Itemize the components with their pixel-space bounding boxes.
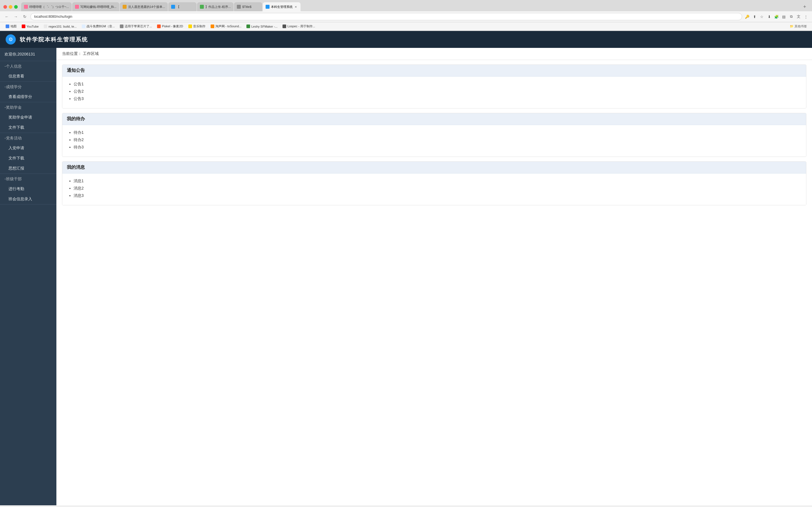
tab-label: 本科生管理系统 <box>271 5 293 9</box>
tab-close-button[interactable]: ✕ <box>294 5 298 9</box>
title-bar: 哔哩哔哩（゜-゜）つロ干~...写网站赚钱-哔哩哔哩_Bi...没人愿意透露的1… <box>0 0 812 11</box>
tab-favicon <box>237 5 241 9</box>
breadcrumb: 当前位置： 工作区域 <box>56 48 812 60</box>
bookmark-favicon <box>120 24 123 28</box>
address-bar[interactable]: localhost:8080/nchu/login <box>31 13 742 20</box>
tab-favicon <box>123 5 126 9</box>
bookmark-item[interactable]: Piskel - 像素2D <box>155 23 185 29</box>
browser-tab[interactable]: 】作品上传-程序... <box>197 2 234 11</box>
sidebar-section-title[interactable]: -个人信息 <box>0 61 56 71</box>
sidebar-section-title[interactable]: -奖助学金 <box>0 102 56 112</box>
bookmark-label: 战斗免费BGM（音... <box>87 24 115 29</box>
app-body: 欢迎你,20206131 -个人信息信息查看-成绩学分查看成绩学分-奖助学金奖助… <box>0 48 812 505</box>
list-item: 待办1 <box>73 129 801 136</box>
list-item: 待办3 <box>73 144 801 151</box>
sidebar-section-title[interactable]: -班级干部 <box>0 174 56 184</box>
sidebar: 欢迎你,20206131 -个人信息信息查看-成绩学分查看成绩学分-奖助学金奖助… <box>0 48 56 505</box>
sidebar-item[interactable]: 奖助学金申请 <box>0 112 56 122</box>
tab-label: 哔哩哔哩（゜-゜）つロ干~... <box>29 5 69 9</box>
tab-label: 写网站赚钱-哔哩哔哩_Bi... <box>80 5 116 9</box>
browser-tab[interactable]: $Title$ <box>234 2 262 11</box>
bookmark-label: regex101: build, te... <box>49 25 77 28</box>
browser-tab[interactable]: 没人愿意透露的14个接单... <box>120 2 168 11</box>
tab-label: 】作品上传-程序... <box>205 5 231 9</box>
app-logo: ⚙ <box>6 34 16 45</box>
section-list: 消息1消息2消息3 <box>71 177 801 200</box>
bookmark-label: Lospec - 用于制作... <box>287 24 315 29</box>
bookmark-item[interactable]: 淘声网 - toSound... <box>208 23 244 29</box>
toolbar-icons: 🔑 ⬆ ☆ ⬇ 🧩 ▤ ⧉ 文 ⋮ <box>744 14 809 19</box>
bookmark-label: 地图 <box>10 24 17 29</box>
tab-favicon <box>24 5 28 9</box>
bookmark-favicon <box>157 24 161 28</box>
bookmark-item[interactable]: Lospec - 用于制作... <box>280 23 317 29</box>
tab-icon[interactable]: ⧉ <box>788 14 794 19</box>
sidebar-section-title[interactable]: -党务活动 <box>0 133 56 143</box>
share-icon[interactable]: ⬆ <box>752 14 757 19</box>
bookmark-icon[interactable]: ☆ <box>759 14 765 19</box>
bookmark-item[interactable]: 地图 <box>3 23 19 29</box>
close-button[interactable] <box>3 5 7 9</box>
new-tab-button[interactable]: + <box>801 3 809 11</box>
content-section: 通知公告公告1公告2公告3 <box>62 64 806 108</box>
tab-favicon <box>200 5 204 9</box>
bookmark-item[interactable]: YouTube <box>19 24 41 29</box>
main-sections: 通知公告公告1公告2公告3我的待办待办1待办2待办3我的消息消息1消息2消息3 <box>56 64 812 205</box>
key-icon[interactable]: 🔑 <box>744 14 750 19</box>
tab-label: 没人愿意透露的14个接单... <box>128 5 165 9</box>
section-body: 公告1公告2公告3 <box>62 76 806 108</box>
tab-favicon <box>266 5 269 9</box>
tabs-bar: 哔哩哔哩（゜-゜）つロ干~...写网站赚钱-哔哩哔哩_Bi...没人愿意透露的1… <box>21 2 801 11</box>
sidebar-section-title[interactable]: -成绩学分 <box>0 82 56 92</box>
sidebar-item[interactable]: 思想汇报 <box>0 163 56 173</box>
app-title: 软件学院本科生管理系统 <box>20 36 88 43</box>
bookmark-item[interactable]: Leshy SFMaker -... <box>244 24 280 29</box>
sidebar-item[interactable]: 文件下载 <box>0 153 56 163</box>
bookmark-item[interactable]: regex101: build, te... <box>42 24 79 29</box>
traffic-lights <box>3 5 18 9</box>
sidebar-item[interactable]: 班会信息录入 <box>0 194 56 204</box>
bookmark-favicon <box>283 24 286 28</box>
section-list: 公告1公告2公告3 <box>71 80 801 103</box>
url-text: localhost:8080/nchu/login <box>34 15 72 18</box>
browser-toolbar: ← → ↻ localhost:8080/nchu/login 🔑 ⬆ ☆ ⬇ … <box>0 11 812 22</box>
section-body: 待办1待办2待办3 <box>62 125 806 157</box>
bookmark-favicon <box>82 24 86 28</box>
sidebar-item[interactable]: 查看成绩学分 <box>0 92 56 102</box>
minimize-button[interactable] <box>9 5 12 9</box>
bookmark-item[interactable]: 适用于苹果芯片了... <box>117 23 154 29</box>
browser-tab[interactable]: 哔哩哔哩（゜-゜）つロ干~... <box>21 2 71 11</box>
sidebar-item[interactable]: 信息查看 <box>0 71 56 81</box>
download-icon[interactable]: ⬇ <box>766 14 772 19</box>
sidebar-section: -奖助学金奖助学金申请文件下载 <box>0 102 56 133</box>
sidebar-section: -党务活动入党申请文件下载思想汇报 <box>0 133 56 174</box>
sidebar-section: -班级干部进行考勤班会信息录入 <box>0 174 56 205</box>
sidebar-icon[interactable]: ▤ <box>781 14 786 19</box>
forward-button[interactable]: → <box>12 13 19 20</box>
section-list: 待办1待办2待办3 <box>71 129 801 151</box>
browser-tab[interactable]: 本科生管理系统✕ <box>263 2 301 11</box>
browser-tab[interactable]: 写网站赚钱-哔哩哔哩_Bi... <box>72 2 119 11</box>
sidebar-item[interactable]: 文件下载 <box>0 122 56 133</box>
maximize-button[interactable] <box>14 5 18 9</box>
translate-icon[interactable]: 文 <box>796 14 801 19</box>
bookmark-item[interactable]: 音乐制作 <box>186 23 208 29</box>
bookmarks-folder[interactable]: 📁 其他书签 <box>788 23 809 29</box>
menu-icon[interactable]: ⋮ <box>803 14 809 19</box>
refresh-button[interactable]: ↻ <box>21 13 28 20</box>
sidebar-item[interactable]: 入党申请 <box>0 143 56 153</box>
app-header: ⚙ 软件学院本科生管理系统 <box>0 31 812 48</box>
browser-tab[interactable]: 【 <box>168 2 197 11</box>
sidebar-item[interactable]: 进行考勤 <box>0 184 56 194</box>
logo-icon: ⚙ <box>8 36 13 43</box>
tab-favicon <box>75 5 79 9</box>
list-item: 公告3 <box>73 95 801 103</box>
tab-label: $Title$ <box>242 5 259 8</box>
back-button[interactable]: ← <box>3 13 10 20</box>
bookmark-favicon <box>246 24 250 28</box>
bookmark-favicon <box>6 24 9 28</box>
extension-icon[interactable]: 🧩 <box>774 14 779 19</box>
bookmark-item[interactable]: 战斗免费BGM（音... <box>80 23 117 29</box>
list-item: 公告1 <box>73 80 801 88</box>
bookmark-label: Leshy SFMaker -... <box>251 25 277 28</box>
